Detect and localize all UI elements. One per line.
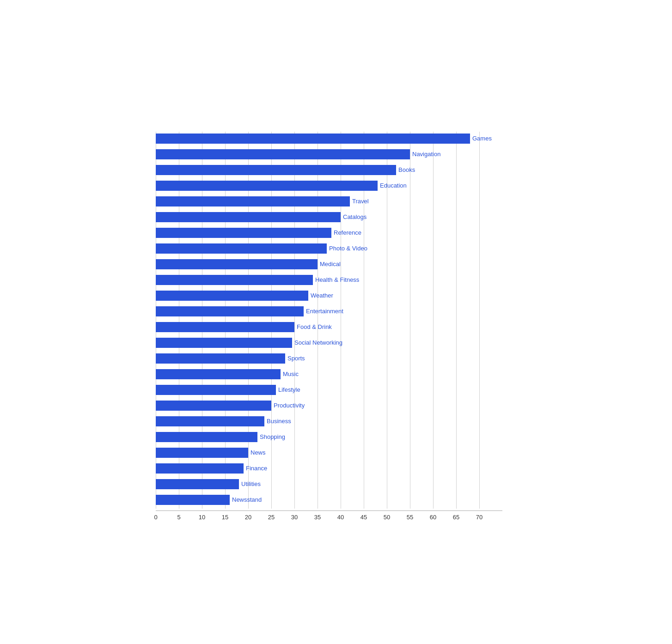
bar-row: Lifestyle [156, 383, 502, 397]
bar-label: Books [398, 166, 415, 173]
bar [156, 212, 341, 222]
bar-row: Navigation [156, 147, 502, 161]
bar-row: Newsstand [156, 493, 502, 507]
x-tick-label: 25 [268, 514, 275, 521]
bar [156, 306, 304, 316]
bar-row: Medical [156, 257, 502, 271]
bar [156, 196, 350, 207]
bar [156, 291, 308, 301]
bar-row: Finance [156, 462, 502, 475]
bar-row: Productivity [156, 399, 502, 413]
bar [156, 338, 292, 348]
bar-row: Sports [156, 352, 502, 365]
x-tick-label: 0 [154, 514, 157, 521]
bar-row: Shopping [156, 430, 502, 444]
bar-label: Productivity [274, 402, 305, 409]
bar [156, 322, 294, 332]
bar-row: News [156, 446, 502, 460]
bar-label: Medical [320, 261, 341, 267]
bar-row: Music [156, 367, 502, 381]
bar-label: Social Networking [294, 339, 342, 346]
bar [156, 432, 257, 442]
x-axis-labels: 0510152025303540455055606570 [156, 510, 502, 522]
bar [156, 228, 331, 238]
bar-label: Sports [287, 355, 305, 362]
bar [156, 165, 396, 175]
bar-row: Entertainment [156, 304, 502, 318]
x-tick-label: 30 [291, 514, 298, 521]
bar-row: Travel [156, 194, 502, 208]
x-tick-label: 55 [407, 514, 413, 521]
bar-label: Business [267, 418, 291, 425]
bar-row: Food & Drink [156, 320, 502, 334]
bar [156, 259, 318, 269]
bars-wrapper: GamesNavigationBooksEducationTravelCatal… [156, 132, 502, 509]
bar-label: Newsstand [232, 496, 262, 503]
bar-label: Games [472, 135, 492, 142]
bars-and-grid: GamesNavigationBooksEducationTravelCatal… [156, 132, 516, 522]
bar-label: Entertainment [306, 308, 343, 315]
x-tick-label: 20 [245, 514, 251, 521]
x-tick-label: 15 [222, 514, 228, 521]
bar-row: Games [156, 132, 502, 146]
bar-row: Social Networking [156, 336, 502, 350]
bar-row: Utilities [156, 477, 502, 491]
x-tick-label: 65 [453, 514, 459, 521]
bar [156, 353, 285, 364]
bar [156, 385, 276, 395]
bar-label: Navigation [412, 151, 440, 158]
bar [156, 275, 313, 285]
bar-label: Travel [352, 198, 369, 205]
bar [156, 369, 281, 379]
bar-label: Shopping [260, 433, 285, 440]
bar-label: Lifestyle [278, 386, 300, 393]
bar-label: Utilities [241, 480, 261, 487]
bar-label: Catalogs [343, 213, 367, 220]
bar-row: Catalogs [156, 210, 502, 224]
bar-label: Weather [311, 292, 333, 299]
bar-row: Business [156, 414, 502, 428]
bar-row: Books [156, 163, 502, 177]
bar [156, 448, 248, 458]
bar-row: Photo & Video [156, 242, 502, 255]
bar-label: Food & Drink [297, 323, 332, 330]
bar [156, 149, 410, 159]
bar [156, 495, 230, 505]
bar-label: Music [283, 371, 299, 377]
x-tick-label: 35 [314, 514, 321, 521]
bar [156, 416, 264, 426]
x-tick-label: 60 [430, 514, 436, 521]
x-tick-label: 5 [177, 514, 180, 521]
chart-container: GamesNavigationBooksEducationTravelCatal… [128, 95, 544, 550]
x-tick-label: 50 [384, 514, 390, 521]
x-tick-label: 10 [199, 514, 205, 521]
bar [156, 463, 244, 474]
bar-row: Education [156, 179, 502, 193]
bar [156, 479, 239, 489]
bar [156, 181, 378, 191]
x-tick-label: 70 [476, 514, 483, 521]
bar [156, 134, 470, 144]
bar [156, 243, 327, 254]
x-tick-label: 45 [360, 514, 367, 521]
bar-row: Weather [156, 289, 502, 303]
bar-label: Health & Fitness [315, 276, 359, 283]
bar-label: Photo & Video [329, 245, 367, 252]
bar-label: Finance [246, 465, 267, 472]
bar [156, 401, 271, 411]
bar-label: News [250, 449, 266, 456]
bar-row: Reference [156, 226, 502, 240]
bar-row: Health & Fitness [156, 273, 502, 287]
bar-label: Education [380, 182, 407, 189]
bar-label: Reference [334, 229, 361, 236]
x-tick-label: 40 [337, 514, 344, 521]
